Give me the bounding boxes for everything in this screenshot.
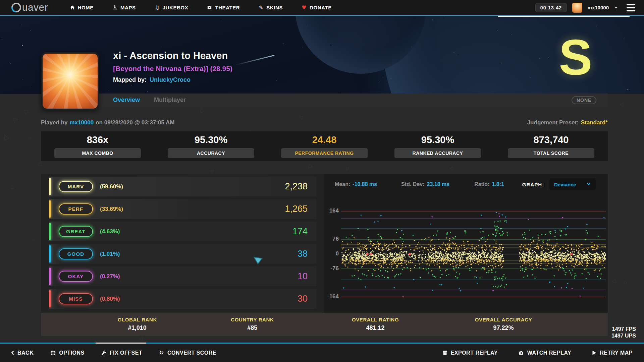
quaver-q-icon [9,1,23,14]
scroll-indicator[interactable] [96,343,146,344]
preset-value: Standard* [581,119,608,126]
graph-type-dropdown[interactable]: Deviance [549,178,596,190]
player-link[interactable]: mx10000 [69,119,94,126]
judgement-count: 2,238 [285,181,308,192]
nav-label: SKINS [266,5,283,10]
judgement-row-miss: MISS (0.80%) 30 [49,289,316,309]
stat-ranked-accuracy: 95.30% RANKED ACCURACY [381,131,494,161]
retry-map-button[interactable]: RETRY MAP [592,350,633,356]
back-icon [10,350,14,355]
download-icon [112,5,117,10]
judgement-pill: MISS [59,293,93,304]
mapper-link[interactable]: UnluckyCroco [150,76,191,83]
judgement-percent: (33.69%) [100,206,123,213]
graph-panel: Mean: -10.88 ms Std. Dev: 23.18 ms Ratio… [324,174,608,313]
deviance-plot: 164 76 0 -76 -164 [341,198,606,312]
export-replay-label: EXPORT REPLAY [451,350,498,356]
song-difficulty: [Beyond the Nirvana (Extra)] (28.95) [113,65,232,73]
dropdown-chevron-icon [586,183,591,186]
nav-item-theater[interactable]: THEATER [207,5,240,10]
menu-button[interactable] [627,4,635,11]
music-note-icon: ♫ [155,5,160,10]
pencil-icon: ✎ [259,5,263,10]
judgement-pill: OKAY [59,271,93,282]
tab-multiplayer[interactable]: Multiplayer [154,97,186,104]
y-tick: 0 [325,250,339,257]
played-on: on 09/28/2020 @ 03:37:05 AM [96,119,174,126]
stats-strip: 836x MAX COMBO 95.30% ACCURACY 24.48 PER… [41,131,608,161]
camera-icon [207,5,212,10]
judgement-count: 30 [298,294,308,304]
stat-value: 873,740 [534,134,569,145]
footer-stat-value: #1,010 [118,324,157,331]
user-name[interactable]: mx10000 [588,5,609,10]
footer-stat-overall-accuracy: OVERALL ACCURACY 97.22% [475,317,532,331]
stat-performance-rating: 24.48 PERFORMANCE RATING [268,131,381,161]
y-tick: 164 [325,207,339,214]
ups-value: 1497 UPS [611,333,636,339]
footer-stats-strip: GLOBAL RANK #1,010 COUNTRY RANK #85 OVER… [41,313,608,336]
judgement-pill: PERF [59,203,93,215]
fps-counter: 1497 FPS 1497 UPS [611,326,636,339]
play-icon [592,350,596,355]
deviance-scatter-canvas [341,198,606,312]
song-title: xi - Ascension to Heaven [113,50,228,61]
quaver-logo[interactable]: uaver [11,2,48,13]
nav-label: HOME [78,5,94,10]
judgement-bar [49,223,51,240]
tab-overview[interactable]: Overview [113,97,140,104]
fix-offset-label: FIX OFFSET [110,350,142,356]
nav-item-maps[interactable]: MAPS [112,5,136,10]
footer-stat-country-rank: COUNTRY RANK #85 [231,317,274,331]
footer-stat-value: 481.12 [352,324,399,331]
footer-stat-value: 97.22% [475,324,532,331]
grade-badge: S [553,32,598,82]
stat-max-combo: 836x MAX COMBO [41,131,154,161]
footer-stat-label: COUNTRY RANK [231,317,274,322]
judgement-bar [49,268,51,285]
judgement-bar [49,178,51,195]
mapped-by: Mapped by:UnluckyCroco [113,76,191,83]
retry-map-label: RETRY MAP [600,350,633,356]
chevron-down-icon[interactable] [614,5,618,11]
played-by-label: Played by [41,119,67,126]
watch-replay-button[interactable]: WATCH REPLAY [519,350,571,356]
fps-value: 1497 FPS [611,326,636,333]
stat-label: TOTAL SCORE [508,148,594,158]
stat-label: MAX COMBO [54,148,141,158]
nav-item-skins[interactable]: ✎ SKINS [259,5,283,10]
nav-item-jukebox[interactable]: ♫ JUKEBOX [155,5,189,10]
nav-items: HOME MAPS ♫ JUKEBOX THEATER ✎ SKINS ♥ DO… [70,5,332,10]
convert-score-label: CONVERT SCORE [167,350,216,356]
bottom-bar-right: EXPORT REPLAY WATCH REPLAY RETRY MAP [442,350,644,356]
user-avatar[interactable] [572,3,582,13]
judgement-row-great: GREAT (4.63%) 174 [49,222,316,241]
stat-accuracy: 95.30% ACCURACY [154,131,268,161]
judgement-preset: Judgement Preset:Standard* [527,119,608,126]
judgement-row-marv: MARV (59.60%) 2,238 [49,177,316,196]
nav-label: THEATER [215,5,240,10]
mouse-cursor [253,255,263,267]
top-nav: uaver HOME MAPS ♫ JUKEBOX THEATER ✎ SKIN… [0,0,644,16]
judgement-count: 10 [298,271,308,282]
export-replay-button[interactable]: EXPORT REPLAY [442,350,498,356]
footer-stat-label: OVERALL RATING [352,317,399,322]
stat-value: 836x [87,134,109,145]
options-button[interactable]: OPTIONS [50,350,85,356]
judgement-bar [49,200,51,218]
quaver-results-screen: ◃◃▵◃▹▵▵▿▵▹▵▵▵▹◃▹▿▿▿▿▹◃▿▹▵▵◃▵▵▿▹◃◃▵▿▿▹▵▹▵… [0,0,644,362]
mean-label: Mean: [335,181,350,187]
nav-right: 00:13:42 mx10000 [535,3,635,13]
stat-total-score: 873,740 TOTAL SCORE [494,131,608,161]
nav-item-donate[interactable]: ♥ DONATE [302,5,332,10]
judgement-count: 1,265 [285,204,308,214]
comet-streak [235,55,274,66]
stat-label: RANKED ACCURACY [394,148,481,158]
fix-offset-button[interactable]: FIX OFFSET [101,350,142,356]
judgement-row-perf: PERF (33.69%) 1,265 [49,199,316,219]
nav-label: DONATE [310,5,332,10]
bottom-bar-left: BACK OPTIONS FIX OFFSET ↻ CONVERT SCORE [0,350,216,356]
convert-score-button[interactable]: ↻ CONVERT SCORE [159,350,216,356]
nav-item-home[interactable]: HOME [70,5,94,10]
back-button[interactable]: BACK [10,350,34,356]
